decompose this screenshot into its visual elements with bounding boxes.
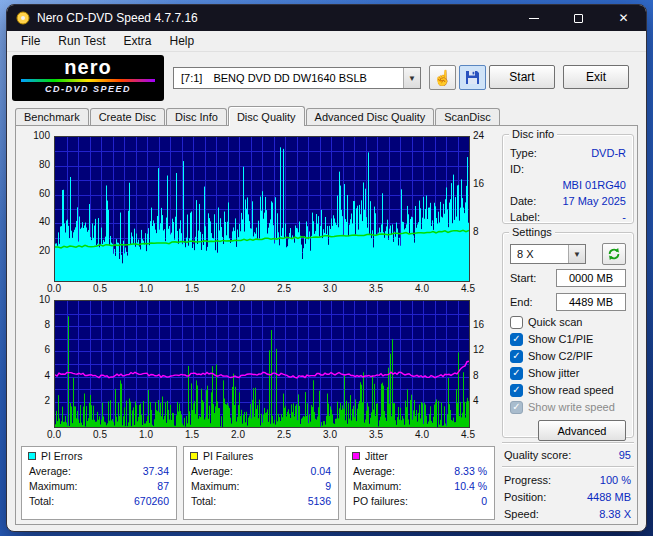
divider xyxy=(502,442,634,444)
axis-tick-label: 1.0 xyxy=(134,283,158,294)
stat-row: Average:8.33 % xyxy=(346,464,494,479)
stat-row: PO failures:0 xyxy=(346,494,494,509)
maximize-button[interactable] xyxy=(556,5,601,31)
nero-logo: nero CD-DVD SPEED xyxy=(12,55,164,101)
hand-icon: ☝ xyxy=(433,70,452,85)
axis-tick-label: 2.0 xyxy=(226,429,250,440)
check-icon: ✓ xyxy=(512,385,520,395)
status-section: Progress:100 % Position:4488 MB Speed:8.… xyxy=(504,472,631,523)
divider xyxy=(502,466,634,468)
save-button[interactable] xyxy=(459,65,486,90)
exit-button[interactable]: Exit xyxy=(563,65,629,89)
hand-tool-button[interactable]: ☝ xyxy=(429,65,456,90)
tab-create-disc[interactable]: Create Disc xyxy=(90,108,165,125)
axis-tick-label: 20 xyxy=(16,245,50,256)
check-icon: ✓ xyxy=(512,402,520,412)
axis-tick-label: 40 xyxy=(16,216,50,227)
nero-product-text: CD-DVD SPEED xyxy=(12,82,164,97)
axis-tick-label: 1.5 xyxy=(180,283,204,294)
tab-advanced-disc-quality[interactable]: Advanced Disc Quality xyxy=(306,108,435,125)
axis-tick-label: 4 xyxy=(473,395,497,406)
menu-run-test[interactable]: Run Test xyxy=(49,32,114,50)
axis-tick-label: 2.0 xyxy=(226,283,250,294)
stat-row: Average:0.04 xyxy=(184,464,338,479)
menu-help[interactable]: Help xyxy=(161,32,204,50)
pi-failures-legend-swatch xyxy=(190,452,198,460)
axis-tick-label: 60 xyxy=(16,188,50,199)
close-icon: ✕ xyxy=(618,12,628,24)
disc-date-row: Date:17 May 2025 xyxy=(510,193,626,209)
progress-row: Progress:100 % xyxy=(504,472,631,489)
axis-tick-label: 2.5 xyxy=(272,429,296,440)
checkbox-show-read-speed[interactable]: ✓ Show read speed xyxy=(510,382,626,398)
position-row: Position:4488 MB xyxy=(504,489,631,506)
advanced-row: Advanced xyxy=(510,420,626,441)
pi-errors-legend-swatch xyxy=(28,452,36,460)
drive-number: [7:1] xyxy=(181,72,202,84)
minimize-icon xyxy=(529,18,539,19)
drive-select[interactable]: [7:1] BENQ DVD DD DW1640 BSLB ▼ xyxy=(173,67,421,89)
refresh-icon xyxy=(607,247,621,261)
axis-tick-label: 0.0 xyxy=(42,429,66,440)
axis-tick-label: 80 xyxy=(16,159,50,170)
axis-tick-label: 12 xyxy=(473,344,497,355)
close-button[interactable]: ✕ xyxy=(601,5,646,31)
toolbar: nero CD-DVD SPEED [7:1] BENQ DVD DD DW16… xyxy=(7,53,646,105)
axis-tick-label: 3.0 xyxy=(318,283,342,294)
menu-extra[interactable]: Extra xyxy=(114,32,160,50)
disc-id-value-row: MBI 01RG40 xyxy=(510,177,626,193)
stat-row: Maximum:10.4 % xyxy=(346,479,494,494)
start-position-field[interactable]: 0000 MB xyxy=(556,269,626,287)
axis-tick-label: 3.5 xyxy=(364,429,388,440)
advanced-button[interactable]: Advanced xyxy=(538,420,626,441)
axis-tick-label: 16 xyxy=(473,178,497,189)
axis-tick-label: 0.5 xyxy=(88,429,112,440)
speed-row: 8 X ▼ xyxy=(510,243,626,265)
stat-row: Maximum:87 xyxy=(22,479,176,494)
stat-row: Maximum:9 xyxy=(184,479,338,494)
axis-tick-label: 4.5 xyxy=(456,283,480,294)
quality-score-label: Quality score: xyxy=(504,447,571,463)
checkbox-box: ✓ xyxy=(510,401,523,414)
title-bar[interactable]: Nero CD-DVD Speed 4.7.7.16 ✕ xyxy=(7,5,646,31)
disc-info-group: Disc info Type:DVD-R ID: MBI 01RG40 Date… xyxy=(502,134,634,224)
disc-id-row: ID: xyxy=(510,161,626,177)
jitter-legend-swatch xyxy=(352,452,360,460)
speed-select[interactable]: 8 X ▼ xyxy=(510,244,586,264)
pi-failures-jitter-chart xyxy=(54,300,470,428)
checkbox-show-jitter[interactable]: ✓ Show jitter xyxy=(510,365,626,381)
checkbox-box: ✓ xyxy=(510,350,523,363)
floppy-disk-icon xyxy=(465,70,480,85)
axis-tick-label: 8 xyxy=(473,370,497,381)
tab-scandisc[interactable]: ScanDisc xyxy=(435,108,499,125)
start-button[interactable]: Start xyxy=(489,65,555,89)
axis-tick-label: 2 xyxy=(16,395,50,406)
quality-score-value: 95 xyxy=(619,447,631,463)
axis-tick-label: 3.5 xyxy=(364,283,388,294)
menu-bar: File Run Test Extra Help xyxy=(7,31,646,52)
pi-errors-panel-title: PI Errors xyxy=(41,450,82,462)
axis-tick-label: 0.5 xyxy=(88,283,112,294)
app-icon xyxy=(16,11,30,25)
tab-disc-quality[interactable]: Disc Quality xyxy=(228,106,305,126)
start-position-row: Start: 0000 MB xyxy=(510,267,626,289)
tab-bar: Benchmark Create Disc Disc Info Disc Qua… xyxy=(15,106,638,126)
check-icon: ✓ xyxy=(512,368,520,378)
tab-benchmark[interactable]: Benchmark xyxy=(15,108,89,125)
axis-tick-label: 6 xyxy=(16,344,50,355)
checkbox-show-c2-pif[interactable]: ✓ Show C2/PIF xyxy=(510,348,626,364)
end-position-field[interactable]: 4489 MB xyxy=(556,293,626,311)
minimize-button[interactable] xyxy=(511,5,556,31)
tab-disc-info[interactable]: Disc Info xyxy=(166,108,227,125)
settings-group: Settings 8 X ▼ xyxy=(502,232,634,438)
stat-row: Total:670260 xyxy=(22,494,176,509)
check-icon: ✓ xyxy=(512,351,520,361)
chevron-down-icon: ▼ xyxy=(403,68,420,88)
checkbox-quick-scan[interactable]: ✓ Quick scan xyxy=(510,314,626,330)
stat-row: Average:37.34 xyxy=(22,464,176,479)
checkbox-show-c1-pie[interactable]: ✓ Show C1/PIE xyxy=(510,331,626,347)
refresh-button[interactable] xyxy=(602,243,626,265)
axis-tick-label: 4 xyxy=(16,370,50,381)
menu-file[interactable]: File xyxy=(12,32,49,50)
checkbox-show-write-speed: ✓ Show write speed xyxy=(510,399,626,415)
